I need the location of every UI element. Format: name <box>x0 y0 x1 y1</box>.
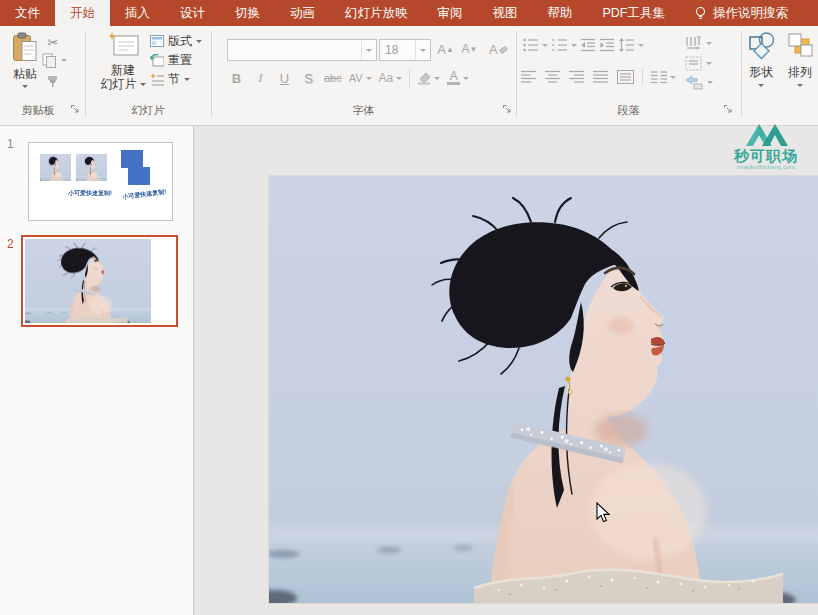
font-color-button[interactable]: A <box>447 68 469 88</box>
arrange-label: 排列 <box>788 65 812 79</box>
slide1-caption-1: 小可爱快速复制! <box>68 189 112 197</box>
tab-home[interactable]: 开始 <box>55 0 110 26</box>
watermark-title: 秒可职场 <box>714 148 818 164</box>
slides-group-label: 幻灯片 <box>85 102 211 118</box>
format-painter-button[interactable] <box>42 73 64 91</box>
paste-clipboard-icon <box>12 32 38 63</box>
tab-review[interactable]: 审阅 <box>423 0 478 26</box>
tab-slideshow[interactable]: 幻灯片放映 <box>330 0 423 26</box>
shapes-button[interactable]: 形状 <box>742 31 780 87</box>
align-text-button[interactable] <box>685 56 712 71</box>
slide1-blue-rectangle-2 <box>128 167 150 185</box>
arrange-button[interactable]: 排列 <box>782 31 818 87</box>
bullets-button[interactable] <box>523 38 548 52</box>
bullets-icon <box>523 38 539 52</box>
tab-transitions[interactable]: 切换 <box>220 0 275 26</box>
align-center-button[interactable] <box>545 70 561 84</box>
slide-1-thumbnail[interactable]: 小可爱快速复制! 小可爱快速复制! <box>28 142 173 221</box>
copy-dropdown-caret <box>61 59 67 62</box>
ribbon: 粘贴 ✂ 剪贴板 新建 幻灯片 <box>0 26 818 126</box>
tab-file[interactable]: 文件 <box>0 0 55 26</box>
copy-button[interactable] <box>42 53 67 68</box>
slide1-photo-1 <box>40 154 71 181</box>
align-right-button[interactable] <box>569 70 585 84</box>
tab-view[interactable]: 视图 <box>478 0 533 26</box>
increase-indent-button[interactable] <box>600 38 615 52</box>
font-dialog-launcher[interactable] <box>502 104 512 114</box>
new-slide-button[interactable]: 新建 幻灯片 <box>98 32 148 91</box>
tell-me-label: 操作说明搜索 <box>713 5 788 22</box>
slide-2-thumbnail[interactable] <box>21 235 178 327</box>
grow-font-button[interactable]: A▲ <box>437 39 454 59</box>
shrink-font-button[interactable]: A▼ <box>461 39 478 59</box>
numbering-icon <box>552 38 568 52</box>
watermark-logo: 秒可职场 miaokezhichang.com <box>714 116 818 173</box>
main-slide[interactable] <box>269 176 818 603</box>
new-slide-label-2: 幻灯片 <box>101 77 137 91</box>
line-spacing-icon <box>619 38 635 52</box>
font-name-combo[interactable] <box>227 39 377 61</box>
bold-button[interactable]: B <box>228 68 245 88</box>
section-button[interactable]: 节 <box>150 72 190 86</box>
tell-me-search[interactable]: 操作说明搜索 <box>684 0 798 26</box>
line-spacing-button[interactable] <box>619 38 644 52</box>
slide-2-number: 2 <box>7 237 14 251</box>
italic-button[interactable]: I <box>252 68 269 88</box>
reset-button[interactable]: 重置 <box>150 53 192 67</box>
format-painter-icon <box>46 75 60 89</box>
tab-insert[interactable]: 插入 <box>110 0 165 26</box>
new-slide-label-1: 新建 <box>111 63 135 77</box>
layout-caret <box>196 40 202 43</box>
character-spacing-button[interactable]: AV <box>349 68 372 88</box>
clear-formatting-button[interactable]: A <box>489 39 508 59</box>
paste-dropdown-caret <box>22 85 28 88</box>
cut-button[interactable]: ✂ <box>42 33 64 51</box>
font-size-value: 18 <box>380 43 415 57</box>
slide1-caption-2: 小可爱快速复制! <box>122 188 167 202</box>
font-group-label: 字体 <box>211 102 516 118</box>
layout-button[interactable]: 版式 <box>150 34 202 48</box>
reset-label: 重置 <box>168 53 192 67</box>
powerpoint-window: { "menu": { "tabs": [ {"label": "文件"}, {… <box>0 0 818 615</box>
paragraph-dialog-launcher[interactable] <box>723 104 733 114</box>
distribute-text-button[interactable] <box>617 70 634 84</box>
clipboard-group-label: 剪贴板 <box>0 102 76 118</box>
reset-icon <box>150 54 164 67</box>
slide2-photo <box>25 239 151 323</box>
slide1-photo-2 <box>76 154 107 181</box>
tab-animations[interactable]: 动画 <box>275 0 330 26</box>
clipboard-dialog-launcher[interactable] <box>70 104 80 114</box>
underline-button[interactable]: U <box>276 68 293 88</box>
highlight-button[interactable] <box>417 68 440 88</box>
section-label: 节 <box>168 72 180 86</box>
layout-label: 版式 <box>168 34 192 48</box>
align-text-icon <box>685 56 702 71</box>
strikethrough-button[interactable]: abc <box>324 68 342 88</box>
woman-portrait-photo <box>269 176 818 603</box>
tab-help[interactable]: 帮助 <box>533 0 588 26</box>
convert-to-smartart-button[interactable] <box>685 75 713 90</box>
arrange-icon <box>786 31 814 60</box>
font-size-caret <box>420 49 426 52</box>
text-direction-button[interactable] <box>685 36 712 51</box>
section-caret <box>184 78 190 81</box>
change-case-button[interactable]: Aa <box>379 68 403 88</box>
copy-icon <box>42 53 57 68</box>
scissors-icon: ✂ <box>48 35 59 50</box>
layout-icon <box>150 35 164 47</box>
numbering-button[interactable] <box>552 38 577 52</box>
decrease-indent-button[interactable] <box>581 38 596 52</box>
align-left-button[interactable] <box>521 70 537 84</box>
decrease-indent-icon <box>581 38 596 52</box>
text-direction-icon <box>685 36 702 51</box>
tab-pdf-tools[interactable]: PDF工具集 <box>588 0 681 26</box>
shapes-icon <box>747 31 776 60</box>
tab-design[interactable]: 设计 <box>165 0 220 26</box>
font-name-caret <box>366 49 372 52</box>
paste-button[interactable]: 粘贴 <box>6 32 44 88</box>
menu-bar: 文件 开始 插入 设计 切换 动画 幻灯片放映 审阅 视图 帮助 PDF工具集 … <box>0 0 818 26</box>
columns-button[interactable] <box>651 70 676 84</box>
text-shadow-button[interactable]: S <box>300 68 317 88</box>
justify-button[interactable] <box>593 70 609 84</box>
font-size-combo[interactable]: 18 <box>379 39 431 61</box>
